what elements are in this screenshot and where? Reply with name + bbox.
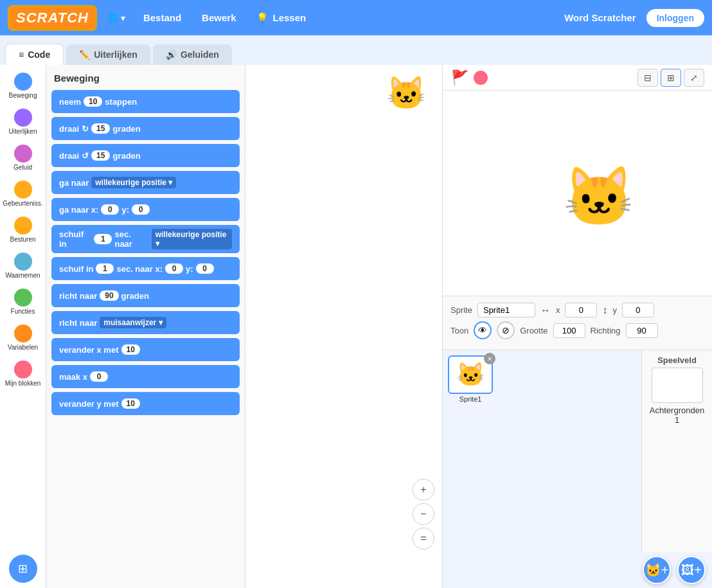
view-small-button[interactable]: ⊟ bbox=[637, 69, 658, 87]
block-draai-ccw-graden: graden bbox=[112, 151, 140, 161]
waarnemen-dot bbox=[14, 253, 32, 271]
sprite-thumb-label: Sprite1 bbox=[459, 395, 482, 403]
block-verander-y[interactable]: verander y met 10 bbox=[51, 392, 240, 415]
stop-icon[interactable] bbox=[474, 71, 488, 85]
uiterlijken-tab-label: Uiterlijken bbox=[94, 49, 138, 60]
block-schuif-dropdown-val[interactable]: willekeurige positie ▾ bbox=[152, 229, 232, 249]
block-draai-ccw-label: draai bbox=[59, 151, 79, 161]
x-value-input[interactable] bbox=[565, 303, 597, 317]
grootte-input[interactable] bbox=[553, 323, 585, 338]
sprite-delete-button[interactable]: ✕ bbox=[484, 353, 495, 364]
nav-bewerk[interactable]: Bewerk bbox=[194, 8, 244, 27]
besturen-label: Besturen bbox=[10, 236, 35, 244]
backdrop-panel: Speelveld Achtergronden 1 bbox=[641, 350, 712, 552]
toon-visible-button[interactable]: 👁 bbox=[474, 321, 492, 339]
cat-gebeurtenissen[interactable]: Gebeurteniss. bbox=[1, 178, 45, 210]
functies-dot bbox=[14, 289, 32, 307]
view-fullscreen-button[interactable]: ⤢ bbox=[684, 69, 704, 87]
block-ga-naar-x-input[interactable]: 0 bbox=[101, 204, 119, 215]
beweging-label: Beweging bbox=[9, 92, 37, 100]
block-ga-naar-y-input[interactable]: 0 bbox=[132, 204, 150, 215]
tabs-row: ≡ Code ✏️ Uiterlijken 🔊 Geluiden bbox=[0, 35, 712, 65]
cat-geluid[interactable]: Geluid bbox=[1, 142, 45, 174]
block-maak-x-label: maak x bbox=[59, 372, 87, 382]
achtergronden-count: 1 bbox=[675, 415, 679, 425]
code-tab-icon: ≡ bbox=[19, 49, 24, 60]
code-tab-label: Code bbox=[28, 49, 50, 60]
lessen-icon: 💡 bbox=[256, 12, 269, 24]
cat-functies[interactable]: Functies bbox=[1, 286, 45, 318]
y-value-input[interactable] bbox=[622, 303, 654, 317]
grootte-label: Grootte bbox=[520, 326, 547, 335]
zoom-in-button[interactable]: + bbox=[413, 479, 434, 501]
block-neem-stappen[interactable]: neem 10 stappen bbox=[51, 90, 240, 113]
block-maak-x[interactable]: maak x 0 bbox=[51, 365, 240, 388]
sprite-thumb-sprite1[interactable]: 🐱 ✕ Sprite1 bbox=[448, 355, 493, 403]
rotate-ccw-icon: ↺ bbox=[82, 151, 89, 161]
block-richt-muis-dropdown[interactable]: muisaanwijzer ▾ bbox=[100, 317, 166, 328]
view-medium-button[interactable]: ⊞ bbox=[661, 69, 681, 87]
block-richt-input[interactable]: 90 bbox=[100, 290, 118, 301]
tab-geluiden[interactable]: 🔊 Geluiden bbox=[153, 44, 232, 65]
block-verander-x[interactable]: verander x met 10 bbox=[51, 338, 240, 361]
toon-label: Toon bbox=[450, 326, 468, 335]
y-label: y bbox=[612, 305, 617, 315]
cat-mijn-blokken[interactable]: Mijn blokken bbox=[1, 358, 45, 390]
tab-code[interactable]: ≡ Code bbox=[5, 44, 64, 65]
block-schuif-xy-sec: sec. naar x: bbox=[116, 264, 163, 274]
achtergronden-label: Achtergronden bbox=[650, 405, 704, 415]
add-backdrop-icon: 🖼+ bbox=[681, 563, 702, 578]
block-maak-x-input[interactable]: 0 bbox=[90, 371, 108, 382]
login-button[interactable]: Inloggen bbox=[646, 9, 704, 27]
block-schuif-xy-y-input[interactable]: 0 bbox=[196, 263, 214, 274]
block-schuif-xy-x[interactable]: 0 bbox=[165, 263, 183, 274]
globe-button[interactable]: 🌐 ▾ bbox=[102, 10, 130, 26]
uiterlijken-label: Uiterlijken bbox=[9, 128, 37, 136]
block-schuif-xy[interactable]: schuif in 1 sec. naar x: 0 y: 0 bbox=[51, 257, 240, 280]
cat-waarnemen[interactable]: Waarnemen bbox=[1, 250, 45, 282]
cat-beweging[interactable]: Beweging bbox=[1, 70, 45, 102]
richting-label: Richting bbox=[591, 326, 621, 335]
word-scratcher-link[interactable]: Word Scratcher bbox=[564, 12, 636, 23]
add-sprite-icon: 🐱+ bbox=[645, 562, 669, 578]
block-richt-muis-label: richt naar bbox=[59, 318, 97, 328]
nav-lessen[interactable]: 💡 Lessen bbox=[249, 8, 314, 28]
toon-hidden-button[interactable]: ⊘ bbox=[497, 321, 515, 339]
block-richt-muis[interactable]: richt naar muisaanwijzer ▾ bbox=[51, 311, 240, 334]
block-draai-cw[interactable]: draai ↻ 15 graden bbox=[51, 117, 240, 140]
flag-button[interactable]: 🚩 bbox=[450, 69, 468, 87]
header: SCRATCH 🌐 ▾ Bestand Bewerk 💡 Lessen Word… bbox=[0, 0, 712, 35]
block-richt-graden[interactable]: richt naar 90 graden bbox=[51, 284, 240, 307]
nav-bestand[interactable]: Bestand bbox=[136, 8, 189, 27]
richting-input[interactable] bbox=[626, 323, 658, 338]
cat-variabelen[interactable]: Variabelen bbox=[1, 322, 45, 354]
blocks-category-title: Beweging bbox=[51, 73, 240, 84]
sprite-name-input[interactable] bbox=[477, 303, 535, 317]
block-richt-graden-label: graden bbox=[121, 291, 149, 301]
mijn-blokken-dot bbox=[14, 361, 32, 379]
block-schuif-input[interactable]: 1 bbox=[94, 234, 112, 244]
block-ga-naar-dropdown[interactable]: ga naar willekeurige positie ▾ bbox=[51, 171, 240, 194]
tab-uiterlijken[interactable]: ✏️ Uiterlijken bbox=[66, 44, 150, 65]
add-backdrop-button[interactable]: 🖼+ bbox=[677, 556, 706, 584]
flag-icon: 🚩 bbox=[451, 69, 468, 86]
geluiden-tab-icon: 🔊 bbox=[166, 49, 177, 60]
block-verander-x-input[interactable]: 10 bbox=[121, 344, 140, 355]
scratch-logo[interactable]: SCRATCH bbox=[8, 5, 97, 31]
block-verander-y-input[interactable]: 10 bbox=[121, 398, 140, 409]
block-ga-naar-dropdown-val[interactable]: willekeurige positie ▾ bbox=[91, 177, 176, 188]
block-ga-naar-xy[interactable]: ga naar x: 0 y: 0 bbox=[51, 198, 240, 221]
zoom-out-button[interactable]: − bbox=[413, 503, 434, 525]
block-neem-input[interactable]: 10 bbox=[84, 96, 102, 107]
add-sprite-button[interactable]: 🐱+ bbox=[643, 556, 671, 584]
zoom-reset-button[interactable]: = bbox=[413, 528, 434, 549]
block-draai-ccw[interactable]: draai ↺ 15 graden bbox=[51, 144, 240, 167]
cat-uiterlijken[interactable]: Uiterlijken bbox=[1, 106, 45, 138]
speelveld-title: Speelveld bbox=[657, 355, 697, 365]
block-schuif-xy-input1[interactable]: 1 bbox=[96, 263, 114, 274]
block-draai-cw-input[interactable]: 15 bbox=[91, 123, 110, 134]
cat-besturen[interactable]: Besturen bbox=[1, 214, 45, 246]
sidebar-bottom-button[interactable]: ⊞ bbox=[9, 555, 37, 583]
block-schuif-dropdown[interactable]: schuif in 1 sec. naar willekeurige posit… bbox=[51, 225, 240, 253]
block-draai-ccw-input[interactable]: 15 bbox=[91, 150, 110, 161]
